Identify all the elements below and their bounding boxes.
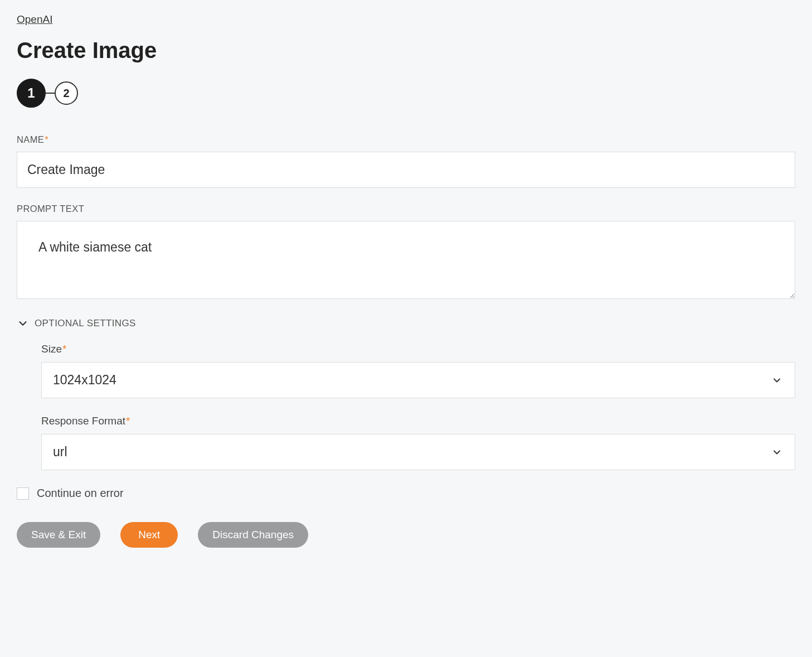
breadcrumb-link[interactable]: OpenAI: [17, 13, 52, 26]
name-label: NAME*: [17, 134, 795, 145]
prompt-label: PROMPT TEXT: [17, 204, 795, 214]
optional-settings-label: OPTIONAL SETTINGS: [35, 318, 136, 329]
chevron-down-icon: [771, 447, 782, 458]
next-button[interactable]: Next: [120, 522, 178, 548]
step-1[interactable]: 1: [17, 79, 46, 108]
prompt-textarea[interactable]: A white siamese cat: [17, 221, 795, 299]
required-marker: *: [62, 343, 66, 355]
optional-settings-toggle[interactable]: OPTIONAL SETTINGS: [17, 317, 795, 330]
chevron-down-icon: [17, 317, 29, 330]
name-input[interactable]: [17, 152, 795, 188]
step-connector: [46, 93, 55, 94]
discard-changes-button[interactable]: Discard Changes: [198, 522, 308, 548]
stepper: 1 2: [17, 79, 795, 108]
chevron-down-icon: [771, 375, 782, 386]
continue-on-error-label: Continue on error: [37, 487, 124, 500]
size-value: 1024x1024: [53, 373, 116, 388]
response-format-select[interactable]: url: [41, 434, 795, 470]
size-select[interactable]: 1024x1024: [41, 362, 795, 398]
response-format-value: url: [53, 445, 67, 460]
save-exit-button[interactable]: Save & Exit: [17, 522, 100, 548]
size-label: Size*: [41, 343, 795, 355]
required-marker: *: [126, 415, 130, 427]
continue-on-error-checkbox[interactable]: [17, 487, 29, 500]
response-format-label: Response Format*: [41, 415, 795, 427]
step-2[interactable]: 2: [55, 81, 78, 105]
required-marker: *: [45, 134, 48, 144]
page-title: Create Image: [17, 38, 795, 63]
